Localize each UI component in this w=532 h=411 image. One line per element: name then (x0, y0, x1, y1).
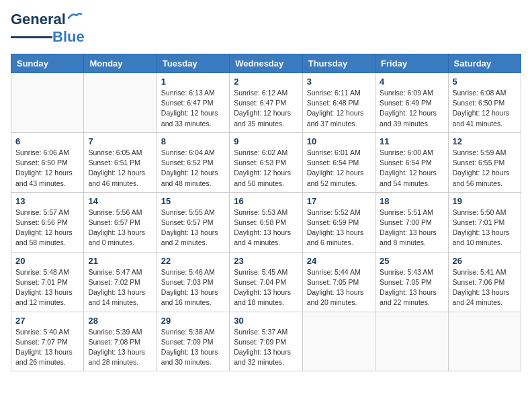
week-row-5: 27Sunrise: 5:40 AMSunset: 7:07 PMDayligh… (11, 312, 521, 371)
day-number: 24 (307, 256, 371, 266)
calendar-cell: 4Sunrise: 6:09 AMSunset: 6:49 PMDaylight… (375, 73, 448, 133)
calendar-cell: 26Sunrise: 5:41 AMSunset: 7:06 PMDayligh… (448, 252, 521, 312)
calendar-cell: 21Sunrise: 5:47 AMSunset: 7:02 PMDayligh… (84, 252, 157, 312)
day-number: 15 (161, 196, 225, 206)
day-number: 28 (88, 316, 152, 326)
day-number: 9 (234, 136, 298, 146)
calendar-cell (375, 312, 448, 371)
day-info: Sunrise: 6:00 AMSunset: 6:54 PMDaylight:… (380, 148, 443, 189)
day-info: Sunrise: 5:57 AMSunset: 6:56 PMDaylight:… (15, 208, 79, 248)
day-info: Sunrise: 5:56 AMSunset: 6:57 PMDaylight:… (88, 208, 152, 248)
calendar-cell: 29Sunrise: 5:38 AMSunset: 7:09 PMDayligh… (157, 312, 229, 371)
calendar-cell: 25Sunrise: 5:43 AMSunset: 7:05 PMDayligh… (375, 252, 448, 312)
calendar-cell: 9Sunrise: 6:02 AMSunset: 6:53 PMDaylight… (230, 132, 302, 192)
day-number: 4 (380, 77, 443, 87)
day-number: 22 (161, 256, 225, 266)
day-number: 21 (88, 256, 152, 266)
calendar-cell: 19Sunrise: 5:50 AMSunset: 7:01 PMDayligh… (448, 192, 521, 252)
day-info: Sunrise: 6:05 AMSunset: 6:51 PMDaylight:… (88, 148, 152, 189)
day-info: Sunrise: 5:55 AMSunset: 6:57 PMDaylight:… (161, 208, 225, 248)
day-number: 16 (234, 196, 298, 206)
day-info: Sunrise: 6:08 AMSunset: 6:50 PMDaylight:… (453, 88, 517, 129)
day-number: 3 (307, 77, 371, 87)
calendar-cell: 12Sunrise: 5:59 AMSunset: 6:55 PMDayligh… (448, 132, 521, 192)
logo: General Blue (11, 11, 85, 46)
day-info: Sunrise: 5:50 AMSunset: 7:01 PMDaylight:… (453, 208, 517, 248)
calendar-cell: 6Sunrise: 6:06 AMSunset: 6:50 PMDaylight… (11, 132, 84, 192)
calendar-cell: 15Sunrise: 5:55 AMSunset: 6:57 PMDayligh… (157, 192, 229, 252)
day-info: Sunrise: 5:53 AMSunset: 6:58 PMDaylight:… (234, 208, 298, 248)
day-info: Sunrise: 5:46 AMSunset: 7:03 PMDaylight:… (161, 267, 225, 308)
weekday-header-sunday: Sunday (11, 54, 84, 73)
day-info: Sunrise: 5:37 AMSunset: 7:09 PMDaylight:… (234, 327, 298, 368)
day-number: 6 (15, 136, 79, 146)
day-info: Sunrise: 6:11 AMSunset: 6:48 PMDaylight:… (307, 88, 371, 129)
calendar-cell: 11Sunrise: 6:00 AMSunset: 6:54 PMDayligh… (375, 132, 448, 192)
day-number: 27 (15, 316, 79, 326)
calendar-cell: 13Sunrise: 5:57 AMSunset: 6:56 PMDayligh… (11, 192, 84, 252)
day-info: Sunrise: 5:51 AMSunset: 7:00 PMDaylight:… (380, 208, 443, 248)
day-number: 17 (307, 196, 371, 206)
week-row-2: 6Sunrise: 6:06 AMSunset: 6:50 PMDaylight… (11, 132, 521, 192)
day-number: 19 (453, 196, 517, 206)
weekday-header-saturday: Saturday (448, 54, 521, 73)
day-number: 1 (161, 77, 225, 87)
calendar-cell (448, 312, 521, 371)
calendar-cell: 14Sunrise: 5:56 AMSunset: 6:57 PMDayligh… (84, 192, 157, 252)
day-info: Sunrise: 5:44 AMSunset: 7:05 PMDaylight:… (307, 267, 371, 308)
calendar-cell (84, 73, 157, 133)
day-info: Sunrise: 6:04 AMSunset: 6:52 PMDaylight:… (161, 148, 225, 189)
calendar-cell: 28Sunrise: 5:39 AMSunset: 7:08 PMDayligh… (84, 312, 157, 371)
day-number: 5 (453, 77, 517, 87)
day-number: 13 (15, 196, 79, 206)
week-row-3: 13Sunrise: 5:57 AMSunset: 6:56 PMDayligh… (11, 192, 521, 252)
day-number: 8 (161, 136, 225, 146)
day-number: 12 (453, 136, 517, 146)
calendar-cell: 5Sunrise: 6:08 AMSunset: 6:50 PMDaylight… (448, 73, 521, 133)
day-info: Sunrise: 6:13 AMSunset: 6:47 PMDaylight:… (161, 88, 225, 129)
day-info: Sunrise: 5:41 AMSunset: 7:06 PMDaylight:… (453, 267, 517, 308)
weekday-header-thursday: Thursday (302, 54, 375, 73)
week-row-1: 1Sunrise: 6:13 AMSunset: 6:47 PMDaylight… (11, 73, 521, 133)
day-number: 11 (380, 136, 443, 146)
weekday-header-wednesday: Wednesday (230, 54, 302, 73)
calendar-cell: 20Sunrise: 5:48 AMSunset: 7:01 PMDayligh… (11, 252, 84, 312)
calendar-cell: 24Sunrise: 5:44 AMSunset: 7:05 PMDayligh… (302, 252, 375, 312)
calendar-cell: 23Sunrise: 5:45 AMSunset: 7:04 PMDayligh… (230, 252, 302, 312)
day-info: Sunrise: 5:48 AMSunset: 7:01 PMDaylight:… (15, 267, 79, 308)
calendar-cell (11, 73, 84, 133)
day-info: Sunrise: 5:45 AMSunset: 7:04 PMDaylight:… (234, 267, 298, 308)
weekday-header-monday: Monday (84, 54, 157, 73)
day-info: Sunrise: 5:43 AMSunset: 7:05 PMDaylight:… (380, 267, 443, 308)
calendar-cell: 1Sunrise: 6:13 AMSunset: 6:47 PMDaylight… (157, 73, 229, 133)
day-number: 20 (15, 256, 79, 266)
logo-text-general: General (11, 11, 66, 28)
week-row-4: 20Sunrise: 5:48 AMSunset: 7:01 PMDayligh… (11, 252, 521, 312)
day-number: 30 (234, 316, 298, 326)
day-number: 26 (453, 256, 517, 266)
day-number: 18 (380, 196, 443, 206)
page-header: General Blue (11, 11, 521, 46)
calendar-cell: 8Sunrise: 6:04 AMSunset: 6:52 PMDaylight… (157, 132, 229, 192)
calendar-cell: 7Sunrise: 6:05 AMSunset: 6:51 PMDaylight… (84, 132, 157, 192)
weekday-header-tuesday: Tuesday (157, 54, 229, 73)
calendar-cell: 10Sunrise: 6:01 AMSunset: 6:54 PMDayligh… (302, 132, 375, 192)
day-info: Sunrise: 6:02 AMSunset: 6:53 PMDaylight:… (234, 148, 298, 189)
day-info: Sunrise: 6:12 AMSunset: 6:47 PMDaylight:… (234, 88, 298, 129)
calendar-cell (302, 312, 375, 371)
day-number: 7 (88, 136, 152, 146)
day-number: 25 (380, 256, 443, 266)
calendar-cell: 27Sunrise: 5:40 AMSunset: 7:07 PMDayligh… (11, 312, 84, 371)
calendar-cell: 22Sunrise: 5:46 AMSunset: 7:03 PMDayligh… (157, 252, 229, 312)
weekday-header-row: SundayMondayTuesdayWednesdayThursdayFrid… (11, 54, 521, 73)
calendar-cell: 30Sunrise: 5:37 AMSunset: 7:09 PMDayligh… (230, 312, 302, 371)
day-number: 23 (234, 256, 298, 266)
day-info: Sunrise: 5:59 AMSunset: 6:55 PMDaylight:… (453, 148, 517, 189)
day-info: Sunrise: 6:09 AMSunset: 6:49 PMDaylight:… (380, 88, 443, 129)
calendar-cell: 17Sunrise: 5:52 AMSunset: 6:59 PMDayligh… (302, 192, 375, 252)
calendar-table: SundayMondayTuesdayWednesdayThursdayFrid… (11, 54, 521, 371)
logo-text-blue: Blue (52, 28, 85, 46)
day-info: Sunrise: 5:39 AMSunset: 7:08 PMDaylight:… (88, 327, 152, 368)
day-info: Sunrise: 6:06 AMSunset: 6:50 PMDaylight:… (15, 148, 79, 189)
day-info: Sunrise: 5:38 AMSunset: 7:09 PMDaylight:… (161, 327, 225, 368)
